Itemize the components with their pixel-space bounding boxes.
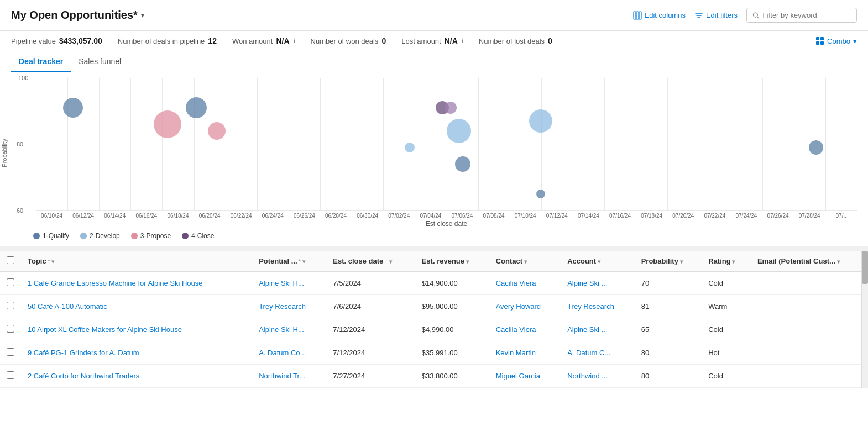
contact-link[interactable]: Cacilia Viera xyxy=(496,325,536,334)
row-checkbox[interactable] xyxy=(7,278,14,286)
won-amount-info-icon[interactable]: ℹ xyxy=(293,38,295,45)
vertical-scrollbar[interactable] xyxy=(861,251,868,388)
potential-link[interactable]: Northwind Tr... xyxy=(259,372,305,380)
bubble[interactable] xyxy=(809,140,823,155)
row-contact: Kevin Martin xyxy=(489,341,561,365)
contact-link[interactable]: Avery Howard xyxy=(496,302,541,311)
x-axis-label: Est close date xyxy=(36,220,857,228)
select-all-checkbox[interactable] xyxy=(7,256,14,264)
deals-in-pipeline-stat: Number of deals in pipeline 12 xyxy=(118,36,217,45)
x-label: 07/08/24 xyxy=(478,213,510,219)
contact-link[interactable]: Kevin Martin xyxy=(496,349,536,357)
lost-deals-label: Number of lost deals xyxy=(479,37,545,45)
topic-link[interactable]: 9 Café PG-1 Grinders for A. Datum xyxy=(28,349,139,357)
top-actions: Edit columns Edit filters xyxy=(633,8,857,23)
topic-link[interactable]: 2 Café Corto for Northwind Traders xyxy=(28,372,139,380)
x-label: 07/18/24 xyxy=(636,213,667,219)
row-contact: Miguel Garcia xyxy=(489,365,561,388)
stats-bar: Pipeline value $433,057.00 Number of dea… xyxy=(0,31,868,51)
bubble[interactable] xyxy=(447,119,471,143)
row-checkbox-cell[interactable] xyxy=(0,272,21,295)
bubble[interactable] xyxy=(154,110,181,138)
tab-sales-funnel[interactable]: Sales funnel xyxy=(71,51,129,72)
row-checkbox-cell[interactable] xyxy=(0,318,21,341)
bubble[interactable] xyxy=(455,156,470,172)
row-checkbox-cell[interactable] xyxy=(0,295,21,318)
row-topic: 2 Café Corto for Northwind Traders xyxy=(21,365,252,388)
bubble[interactable] xyxy=(529,109,552,133)
title-dropdown-icon[interactable]: ▾ xyxy=(141,12,144,19)
tab-deal-tracker[interactable]: Deal tracker xyxy=(11,51,71,72)
svg-rect-0 xyxy=(634,12,636,19)
row-email xyxy=(751,295,868,318)
col-contact[interactable]: Contact ▾ xyxy=(489,251,561,272)
col-topic[interactable]: Topic * ▾ xyxy=(21,251,252,272)
table-row: 9 Café PG-1 Grinders for A. Datum A. Dat… xyxy=(0,341,868,365)
bubble[interactable] xyxy=(186,97,207,118)
contact-link[interactable]: Cacilia Viera xyxy=(496,279,536,287)
row-checkbox[interactable] xyxy=(7,371,14,379)
pipeline-value-label: Pipeline value xyxy=(11,37,56,45)
deals-in-pipeline-value: 12 xyxy=(208,36,217,45)
account-link[interactable]: Trey Research xyxy=(567,302,614,311)
bubble[interactable] xyxy=(63,98,83,118)
col-account[interactable]: Account ▾ xyxy=(561,251,635,272)
bubble[interactable] xyxy=(208,122,226,140)
lost-amount-label: Lost amount xyxy=(401,37,441,45)
col-rating[interactable]: Rating ▾ xyxy=(702,251,751,272)
row-potential: Northwind Tr... xyxy=(252,365,326,388)
col-est-close-date[interactable]: Est. close date ↑ ▾ xyxy=(326,251,415,272)
svg-rect-2 xyxy=(639,12,641,19)
data-table-wrapper: Topic * ▾ Potential ... * ▾ Est. close d… xyxy=(0,251,868,388)
top-bar: My Open Opportunities* ▾ Edit columns Ed… xyxy=(0,0,868,31)
row-contact: Cacilia Viera xyxy=(489,272,561,295)
account-link[interactable]: Alpine Ski ... xyxy=(567,325,607,334)
row-checkbox[interactable] xyxy=(7,325,14,333)
x-label: 07/10/24 xyxy=(510,213,541,219)
row-rating: Hot xyxy=(702,341,751,365)
col-est-revenue[interactable]: Est. revenue ▾ xyxy=(415,251,489,272)
topic-link[interactable]: 10 Airpot XL Coffee Makers for Alpine Sk… xyxy=(28,325,182,334)
legend-propose: 3-Propose xyxy=(131,232,171,240)
col-potential[interactable]: Potential ... * ▾ xyxy=(252,251,326,272)
row-est-close-date: 7/27/2024 xyxy=(326,365,415,388)
combo-dropdown-icon: ▾ xyxy=(853,37,857,45)
row-checkbox-cell[interactable] xyxy=(0,341,21,365)
keyword-filter[interactable] xyxy=(746,8,857,23)
row-est-close-date: 7/12/2024 xyxy=(326,341,415,365)
svg-line-4 xyxy=(757,17,759,18)
lost-amount-info-icon[interactable]: ℹ xyxy=(461,38,463,45)
bubble[interactable] xyxy=(405,143,415,152)
keyword-input[interactable] xyxy=(763,11,851,19)
edit-columns-button[interactable]: Edit columns xyxy=(633,11,686,20)
topic-link[interactable]: 50 Café A-100 Automatic xyxy=(28,302,107,311)
won-amount-label: Won amount xyxy=(232,37,273,45)
row-checkbox[interactable] xyxy=(7,302,14,309)
row-account: Northwind ... xyxy=(561,365,635,388)
table-row: 50 Café A-100 Automatic Trey Research 7/… xyxy=(0,295,868,318)
row-checkbox[interactable] xyxy=(7,348,14,356)
row-contact: Cacilia Viera xyxy=(489,318,561,341)
edit-filters-button[interactable]: Edit filters xyxy=(694,11,738,20)
contact-link[interactable]: Miguel Garcia xyxy=(496,372,540,380)
account-link[interactable]: Alpine Ski ... xyxy=(567,279,607,287)
select-all-header[interactable] xyxy=(0,251,21,272)
row-checkbox-cell[interactable] xyxy=(0,365,21,388)
scrollbar-thumb[interactable] xyxy=(862,251,868,284)
potential-link[interactable]: Alpine Ski H... xyxy=(259,325,304,334)
potential-link[interactable]: Trey Research xyxy=(259,302,306,311)
bubble[interactable] xyxy=(445,102,457,114)
account-link[interactable]: A. Datum C... xyxy=(567,349,610,357)
topic-link[interactable]: 1 Café Grande Espresso Machine for Alpin… xyxy=(28,279,203,287)
x-label: 07/24/24 xyxy=(730,213,762,219)
bubble[interactable] xyxy=(536,190,545,198)
account-link[interactable]: Northwind ... xyxy=(567,372,608,380)
col-email[interactable]: Email (Potential Cust... ▾ xyxy=(751,251,868,272)
x-label: 07/14/24 xyxy=(573,213,604,219)
potential-link[interactable]: Alpine Ski H... xyxy=(259,279,304,287)
combo-button[interactable]: Combo ▾ xyxy=(815,36,857,45)
x-label: 06/10/24 xyxy=(36,213,67,219)
col-probability[interactable]: Probability ▾ xyxy=(635,251,702,272)
won-amount-value: N/A xyxy=(276,36,289,45)
potential-link[interactable]: A. Datum Co... xyxy=(259,349,306,357)
